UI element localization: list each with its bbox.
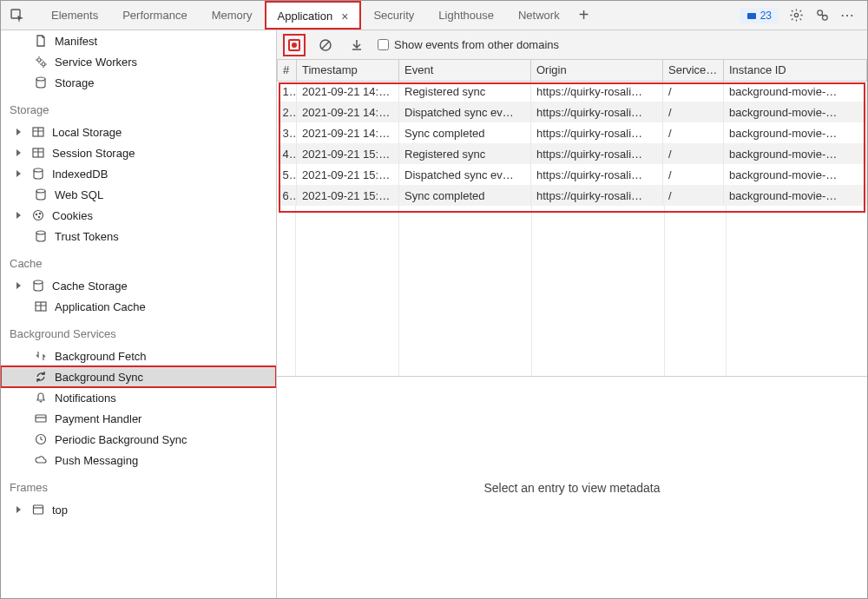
sidebar-item-label: Local Storage — [52, 126, 122, 139]
fetch-icon — [34, 349, 48, 363]
tabstrip-right: 23 ⋯ — [740, 7, 862, 24]
sidebar-item-service-workers[interactable]: Service Workers — [1, 51, 276, 72]
tab-lighthouse[interactable]: Lighthouse — [426, 1, 506, 30]
svg-point-15 — [38, 216, 39, 217]
sidebar-item-label: Storage — [55, 76, 95, 89]
table-row[interactable]: 4.2021-09-21 15:…Registered synchttps://… — [278, 143, 867, 164]
svg-rect-19 — [36, 415, 46, 422]
clear-button[interactable] — [315, 35, 336, 56]
col-origin[interactable]: Origin — [531, 60, 663, 81]
col-number[interactable]: # — [278, 60, 297, 81]
database-icon — [34, 76, 48, 89]
tab-network[interactable]: Network — [506, 1, 572, 30]
svg-point-3 — [817, 10, 822, 16]
expand-icon — [16, 149, 21, 156]
more-icon[interactable]: ⋯ — [839, 7, 857, 24]
tab-memory[interactable]: Memory — [200, 1, 265, 30]
tab-label: Lighthouse — [438, 9, 494, 22]
svg-rect-21 — [34, 505, 43, 514]
svg-point-14 — [39, 213, 40, 214]
svg-point-13 — [36, 214, 36, 214]
table-row[interactable]: 5.2021-09-21 15:…Dispatched sync ev…http… — [278, 164, 867, 185]
cell: 2021-09-21 14:… — [297, 122, 399, 143]
cell: 2021-09-21 15:… — [297, 164, 399, 185]
sidebar-item-periodic-sync[interactable]: Periodic Background Sync — [1, 429, 276, 450]
detail-placeholder: Select an entry to view metadata — [483, 481, 660, 495]
tab-elements[interactable]: Elements — [39, 1, 110, 30]
application-sidebar[interactable]: Manifest Service Workers Storage Storage… — [1, 30, 277, 598]
sidebar-item-application-cache[interactable]: Application Cache — [1, 296, 276, 317]
experiments-icon[interactable] — [813, 7, 831, 24]
sidebar-item-indexeddb[interactable]: IndexedDB — [1, 163, 276, 184]
sidebar-item-storage[interactable]: Storage — [1, 72, 276, 93]
tab-security[interactable]: Security — [361, 1, 426, 30]
sidebar-item-websql[interactable]: Web SQL — [1, 184, 276, 205]
group-frames: Frames — [1, 471, 276, 499]
sidebar-item-label: Background Sync — [55, 371, 143, 384]
col-instance-id[interactable]: Instance ID — [724, 60, 867, 81]
sidebar-item-push-messaging[interactable]: Push Messaging — [1, 450, 276, 471]
sidebar-item-label: Manifest — [55, 35, 97, 48]
issues-count: 23 — [760, 10, 772, 22]
sidebar-item-notifications[interactable]: Notifications — [1, 387, 276, 408]
table-row[interactable]: 2.2021-09-21 14:…Dispatched sync ev…http… — [278, 102, 867, 122]
tab-label: Application — [278, 10, 333, 23]
cloud-icon — [34, 453, 48, 467]
cell: background-movie-… — [724, 185, 867, 206]
table-icon — [31, 146, 45, 160]
sidebar-item-trust-tokens[interactable]: Trust Tokens — [1, 226, 276, 247]
close-icon[interactable]: × — [341, 10, 348, 23]
sidebar-item-top-frame[interactable]: top — [1, 499, 276, 520]
tab-performance[interactable]: Performance — [110, 1, 199, 30]
table-row[interactable]: 3.2021-09-21 14:…Sync completedhttps://q… — [278, 122, 867, 143]
sidebar-item-manifest[interactable]: Manifest — [1, 30, 276, 51]
group-storage: Storage — [1, 93, 276, 122]
issues-badge[interactable]: 23 — [740, 8, 779, 23]
inspect-element-button[interactable] — [6, 4, 29, 27]
database-icon — [34, 188, 48, 201]
svg-point-10 — [34, 168, 43, 172]
clock-icon — [34, 432, 48, 446]
cell: / — [663, 185, 724, 206]
svg-point-17 — [34, 280, 43, 284]
cell: Dispatched sync ev… — [399, 164, 531, 185]
more-tabs-button[interactable]: + — [572, 5, 596, 25]
svg-rect-1 — [747, 13, 756, 19]
cell: 3. — [278, 122, 297, 143]
sidebar-item-label: Session Storage — [52, 147, 135, 160]
show-other-domains-checkbox[interactable]: Show events from other domains — [378, 38, 559, 51]
group-cache: Cache — [1, 247, 276, 275]
settings-icon[interactable] — [787, 7, 805, 24]
svg-point-2 — [794, 13, 798, 16]
sidebar-item-session-storage[interactable]: Session Storage — [1, 142, 276, 163]
cell: https://quirky-rosali… — [531, 102, 663, 122]
svg-point-5 — [37, 58, 41, 62]
cell: https://quirky-rosali… — [531, 164, 663, 185]
col-timestamp[interactable]: Timestamp — [297, 60, 399, 81]
sidebar-item-background-fetch[interactable]: Background Fetch — [1, 346, 276, 366]
table-row[interactable]: 6.2021-09-21 15:…Sync completedhttps://q… — [278, 185, 867, 206]
cell: 4. — [278, 143, 297, 164]
database-icon — [34, 229, 48, 243]
events-toolbar: Show events from other domains — [277, 30, 867, 60]
sidebar-item-cache-storage[interactable]: Cache Storage — [1, 275, 276, 296]
cell: https://quirky-rosali… — [531, 143, 663, 164]
sidebar-item-background-sync[interactable]: Background Sync — [1, 366, 276, 387]
save-button[interactable] — [346, 35, 367, 56]
panel-tabs: Elements Performance Memory Application … — [39, 1, 572, 30]
record-button[interactable] — [284, 35, 305, 56]
tab-application[interactable]: Application × — [265, 1, 362, 30]
cell: https://quirky-rosali… — [531, 122, 663, 143]
svg-point-4 — [822, 16, 827, 21]
cell: background-movie-… — [724, 122, 867, 143]
col-service-worker[interactable]: Service … — [663, 60, 724, 81]
checkbox-input[interactable] — [378, 39, 389, 50]
table-row[interactable]: 1.2021-09-21 14:…Registered synchttps://… — [278, 81, 867, 102]
sidebar-item-local-storage[interactable]: Local Storage — [1, 122, 276, 142]
sidebar-item-cookies[interactable]: Cookies — [1, 205, 276, 226]
sidebar-item-label: Payment Handler — [55, 412, 141, 425]
col-event[interactable]: Event — [399, 60, 531, 81]
sidebar-item-payment-handler[interactable]: Payment Handler — [1, 408, 276, 429]
tab-label: Security — [373, 9, 414, 22]
group-background-services: Background Services — [1, 317, 276, 346]
